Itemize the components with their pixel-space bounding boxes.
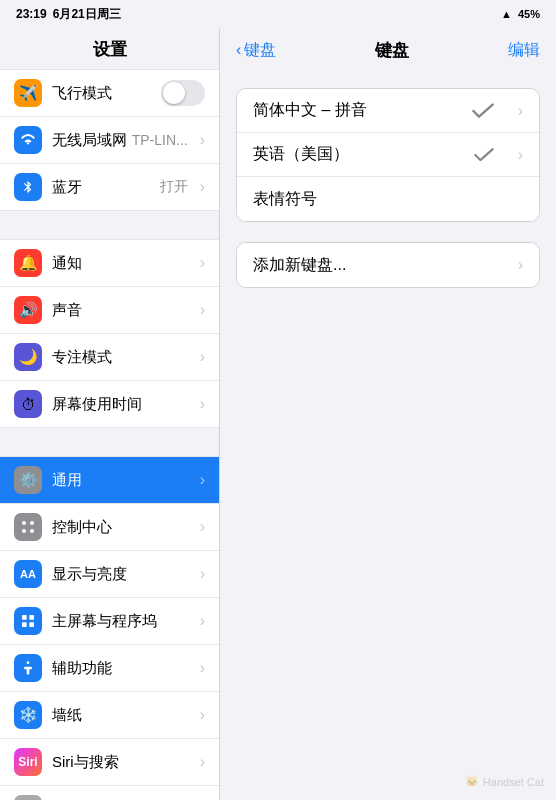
controlcenter-icon <box>14 513 42 541</box>
sidebar-item-sounds[interactable]: 🔊 声音 › <box>0 287 219 334</box>
main-layout: 设置 ✈️ 飞行模式 无线局域网 TP-LIN... › 蓝牙 <box>0 28 556 800</box>
applepencil-icon <box>14 795 42 800</box>
accessibility-icon <box>14 654 42 682</box>
sounds-icon: 🔊 <box>14 296 42 324</box>
focus-icon: 🌙 <box>14 343 42 371</box>
keyboard-item-emoji[interactable]: 表情符号 <box>237 177 539 221</box>
sidebar-item-label: 无线局域网 <box>52 131 132 150</box>
chevron-icon: › <box>200 518 205 536</box>
sidebar-item-accessibility[interactable]: 辅助功能 › <box>0 645 219 692</box>
sidebar-item-label: 墙纸 <box>52 706 192 725</box>
sidebar-item-focus[interactable]: 🌙 专注模式 › <box>0 334 219 381</box>
chevron-icon: › <box>200 348 205 366</box>
sidebar-gap-2 <box>0 428 219 456</box>
sidebar-item-label: 控制中心 <box>52 518 192 537</box>
sidebar-item-applepencil[interactable]: Apple Pencil › <box>0 786 219 800</box>
battery: 45% <box>518 8 540 20</box>
wallpaper-icon: ❄️ <box>14 701 42 729</box>
chevron-icon: › <box>518 256 523 274</box>
svg-point-1 <box>30 521 34 525</box>
notifications-icon: 🔔 <box>14 249 42 277</box>
right-panel-title: 键盘 <box>375 39 409 62</box>
display-icon: AA <box>14 560 42 588</box>
svg-point-3 <box>30 529 34 533</box>
status-left: 23:19 6月21日周三 <box>16 6 121 23</box>
sidebar-gap-1 <box>0 211 219 239</box>
sidebar-item-label: 声音 <box>52 301 192 320</box>
sidebar-item-label: Siri与搜索 <box>52 753 192 772</box>
watermark: 🐱 Handset Cat <box>465 775 544 788</box>
airplane-icon: ✈️ <box>14 79 42 107</box>
add-keyboard-label: 添加新键盘... <box>253 255 510 276</box>
sidebar-item-controlcenter[interactable]: 控制中心 › <box>0 504 219 551</box>
sidebar-item-homescreen[interactable]: 主屏幕与程序坞 › <box>0 598 219 645</box>
checkmark-icon <box>471 102 495 120</box>
back-label: 键盘 <box>244 40 276 61</box>
sidebar-group-3: ⚙️ 通用 › 控制中心 › AA 显示与亮度 › 主屏幕与程序坞 <box>0 456 219 800</box>
add-keyboard-group: 添加新键盘... › <box>236 242 540 288</box>
screentime-icon: ⏱ <box>14 390 42 418</box>
airplane-toggle[interactable] <box>161 80 205 106</box>
svg-rect-7 <box>29 622 34 627</box>
chevron-icon: › <box>200 131 205 149</box>
date: 6月21日周三 <box>53 6 121 23</box>
chevron-icon: › <box>200 254 205 272</box>
sidebar-item-display[interactable]: AA 显示与亮度 › <box>0 551 219 598</box>
keyboards-group: 简体中文 – 拼音 › 英语（美国） › 表情符号 <box>236 88 540 222</box>
sidebar-item-siri[interactable]: Siri Siri与搜索 › <box>0 739 219 786</box>
sidebar-item-screentime[interactable]: ⏱ 屏幕使用时间 › <box>0 381 219 428</box>
sidebar-item-label: 通知 <box>52 254 192 273</box>
sidebar-item-label: 飞行模式 <box>52 84 161 103</box>
keyboard-label: 表情符号 <box>253 189 523 210</box>
back-chevron-icon: ‹ <box>236 41 241 59</box>
keyboard-item-simplified-chinese[interactable]: 简体中文 – 拼音 › <box>237 89 539 133</box>
keyboard-label: 英语（美国） <box>253 144 510 165</box>
watermark-icon: 🐱 <box>465 775 479 788</box>
chevron-icon: › <box>518 146 523 164</box>
chevron-icon: › <box>200 753 205 771</box>
chevron-icon: › <box>200 565 205 583</box>
chevron-icon: › <box>200 301 205 319</box>
chevron-icon: › <box>200 612 205 630</box>
sidebar-item-general[interactable]: ⚙️ 通用 › <box>0 456 219 504</box>
svg-point-0 <box>22 521 26 525</box>
chevron-icon: › <box>200 178 205 196</box>
sidebar-item-wifi[interactable]: 无线局域网 TP-LIN... › <box>0 117 219 164</box>
svg-rect-4 <box>22 615 27 620</box>
back-button[interactable]: ‹ 键盘 <box>236 40 276 61</box>
edit-button[interactable]: 编辑 <box>508 40 540 61</box>
add-keyboard-item[interactable]: 添加新键盘... › <box>237 243 539 287</box>
general-icon: ⚙️ <box>14 466 42 494</box>
sidebar-item-label: 显示与亮度 <box>52 565 192 584</box>
sidebar-item-airplane[interactable]: ✈️ 飞行模式 <box>0 69 219 117</box>
bluetooth-value: 打开 <box>160 178 188 196</box>
svg-point-8 <box>27 661 30 664</box>
right-panel: ‹ 键盘 键盘 编辑 简体中文 – 拼音 › 英语（美国） <box>220 28 556 800</box>
keyboard-item-english[interactable]: 英语（美国） › <box>237 133 539 177</box>
right-content: 简体中文 – 拼音 › 英语（美国） › 表情符号 <box>220 72 556 800</box>
sidebar-item-label: 专注模式 <box>52 348 192 367</box>
sidebar-group-2: 🔔 通知 › 🔊 声音 › 🌙 专注模式 › ⏱ 屏幕使用时间 › <box>0 239 219 428</box>
chevron-icon: › <box>200 471 205 489</box>
sidebar-item-notifications[interactable]: 🔔 通知 › <box>0 239 219 287</box>
sidebar-item-label: 蓝牙 <box>52 178 160 197</box>
sidebar-item-bluetooth[interactable]: 蓝牙 打开 › <box>0 164 219 211</box>
svg-rect-6 <box>22 622 27 627</box>
sidebar-item-wallpaper[interactable]: ❄️ 墙纸 › <box>0 692 219 739</box>
status-right: ▲ 45% <box>501 8 540 20</box>
sidebar-title: 设置 <box>0 28 219 69</box>
checkmark-icon <box>473 147 495 163</box>
homescreen-icon <box>14 607 42 635</box>
sidebar-item-label: 屏幕使用时间 <box>52 395 192 414</box>
siri-icon: Siri <box>14 748 42 776</box>
watermark-text: Handset Cat <box>483 776 544 788</box>
sidebar-item-label: 通用 <box>52 471 192 490</box>
chevron-icon: › <box>200 706 205 724</box>
chevron-icon: › <box>518 102 523 120</box>
chevron-icon: › <box>200 395 205 413</box>
status-bar: 23:19 6月21日周三 ▲ 45% <box>0 0 556 28</box>
time: 23:19 <box>16 7 47 21</box>
bluetooth-icon <box>14 173 42 201</box>
wifi-value: TP-LIN... <box>132 132 188 148</box>
wifi-icon: ▲ <box>501 8 512 20</box>
